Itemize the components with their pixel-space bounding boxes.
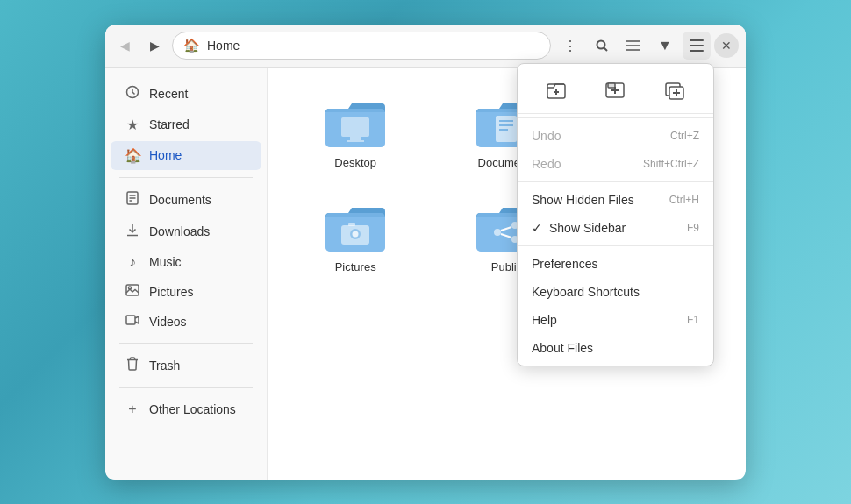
svg-rect-22 <box>347 140 364 142</box>
svg-point-37 <box>353 231 359 237</box>
sidebar: Recent ★ Starred 🏠 Home <box>105 68 268 480</box>
menu-redo-shortcut: Shift+Ctrl+Z <box>643 158 699 170</box>
svg-rect-20 <box>341 117 369 137</box>
pictures-icon <box>125 284 140 300</box>
home-sidebar-icon: 🏠 <box>125 147 140 164</box>
menu-new-window-button[interactable] <box>655 75 694 106</box>
menu-about-label: About Files <box>532 341 593 355</box>
menu-item-preferences[interactable]: Preferences <box>518 250 713 278</box>
list-view-button[interactable] <box>619 32 647 60</box>
menu-redo-label: Redo <box>532 157 561 171</box>
sidebar-item-other-locations[interactable]: + Other Locations <box>111 395 261 423</box>
menu-preferences-label: Preferences <box>532 257 597 271</box>
menu-item-help[interactable]: Help F1 <box>518 306 713 334</box>
sidebar-item-documents[interactable]: Documents <box>111 185 261 215</box>
trash-icon <box>125 357 140 374</box>
menu-new-tab-button[interactable] <box>596 75 634 106</box>
menu-help-shortcut: F1 <box>687 314 699 326</box>
location-text: Home <box>207 39 240 53</box>
menu-keyboard-shortcuts-label: Keyboard Shortcuts <box>532 285 640 299</box>
sidebar-label-other-locations: Other Locations <box>149 402 236 416</box>
menu-show-sidebar-check: ✓ <box>532 221 542 235</box>
folder-desktop-label: Desktop <box>334 156 376 169</box>
folder-pictures[interactable]: Pictures <box>289 194 422 280</box>
folder-pictures-icon <box>324 201 387 253</box>
sidebar-label-trash: Trash <box>149 358 180 373</box>
downloads-icon <box>125 223 140 240</box>
home-icon: 🏠 <box>183 38 200 53</box>
file-manager-window: ◀ ▶ 🏠 Home ⋮ ▼ <box>105 25 746 480</box>
music-icon: ♪ <box>125 254 140 270</box>
svg-rect-7 <box>690 50 704 52</box>
other-locations-icon: + <box>125 401 140 417</box>
menu-separator-3 <box>518 245 713 246</box>
menu-separator-1 <box>518 117 713 118</box>
menu-item-about[interactable]: About Files <box>518 334 713 362</box>
menu-item-show-hidden[interactable]: Show Hidden Files Ctrl+H <box>518 186 713 214</box>
sidebar-divider-2 <box>119 343 253 344</box>
menu-top-row <box>518 67 713 114</box>
sidebar-item-downloads[interactable]: Downloads <box>111 217 261 246</box>
sidebar-label-documents: Documents <box>149 193 211 207</box>
sidebar-item-pictures[interactable]: Pictures <box>111 278 261 306</box>
menu-show-sidebar-shortcut: F9 <box>687 222 699 234</box>
toolbar-actions: ⋮ ▼ <box>556 32 739 60</box>
recent-icon <box>125 85 140 103</box>
svg-rect-6 <box>690 45 704 46</box>
sidebar-label-downloads: Downloads <box>149 224 210 238</box>
menu-separator-2 <box>518 181 713 182</box>
hamburger-menu-button[interactable] <box>683 32 711 60</box>
svg-rect-56 <box>608 83 615 88</box>
documents-icon <box>125 191 140 209</box>
starred-icon: ★ <box>125 117 140 133</box>
menu-item-undo: Undo Ctrl+Z <box>518 122 713 150</box>
sidebar-item-music[interactable]: ♪ Music <box>111 248 261 276</box>
svg-rect-5 <box>690 39 704 41</box>
menu-item-redo: Redo Shift+Ctrl+Z <box>518 150 713 178</box>
sidebar-item-videos[interactable]: Videos <box>111 308 261 336</box>
sidebar-item-recent[interactable]: Recent <box>111 79 261 109</box>
dropdown-menu: Undo Ctrl+Z Redo Shift+Ctrl+Z Show Hidde… <box>517 63 714 366</box>
kebab-menu-button[interactable]: ⋮ <box>556 32 584 60</box>
svg-point-41 <box>494 229 501 236</box>
sidebar-item-trash[interactable]: Trash <box>111 351 261 380</box>
location-bar: 🏠 Home <box>172 32 551 60</box>
menu-new-folder-button[interactable] <box>537 75 576 106</box>
svg-point-0 <box>597 41 605 49</box>
folder-desktop-icon <box>324 96 387 149</box>
forward-button[interactable]: ▶ <box>142 33 167 58</box>
view-dropdown-button[interactable]: ▼ <box>651 32 679 60</box>
svg-rect-21 <box>350 137 361 140</box>
close-button[interactable]: ✕ <box>714 33 739 58</box>
menu-item-show-sidebar[interactable]: ✓ Show Sidebar F9 <box>518 214 713 242</box>
sidebar-label-videos: Videos <box>149 315 187 329</box>
videos-icon <box>125 314 140 330</box>
sidebar-item-home[interactable]: 🏠 Home <box>111 141 261 170</box>
sidebar-label-home: Home <box>149 148 182 162</box>
menu-show-sidebar-label: Show Sidebar <box>549 221 626 235</box>
sidebar-label-recent: Recent <box>149 87 188 101</box>
back-button[interactable]: ◀ <box>112 33 137 58</box>
svg-rect-17 <box>126 316 135 324</box>
sidebar-divider-1 <box>119 177 253 178</box>
menu-show-hidden-shortcut: Ctrl+H <box>669 194 699 206</box>
sidebar-label-music: Music <box>149 255 182 269</box>
menu-help-label: Help <box>532 313 557 327</box>
sidebar-item-starred[interactable]: ★ Starred <box>111 110 261 139</box>
svg-rect-38 <box>348 223 355 226</box>
sidebar-divider-3 <box>119 387 253 388</box>
menu-undo-label: Undo <box>532 129 561 143</box>
menu-undo-shortcut: Ctrl+Z <box>670 130 699 142</box>
sidebar-label-starred: Starred <box>149 117 190 131</box>
search-button[interactable] <box>588 32 616 60</box>
svg-line-1 <box>604 48 608 52</box>
menu-show-hidden-label: Show Hidden Files <box>532 193 634 207</box>
folder-pictures-label: Pictures <box>335 260 376 273</box>
sidebar-label-pictures: Pictures <box>149 285 194 299</box>
folder-desktop[interactable]: Desktop <box>289 89 422 176</box>
menu-item-keyboard-shortcuts[interactable]: Keyboard Shortcuts <box>518 278 713 306</box>
titlebar: ◀ ▶ 🏠 Home ⋮ ▼ <box>105 25 746 68</box>
